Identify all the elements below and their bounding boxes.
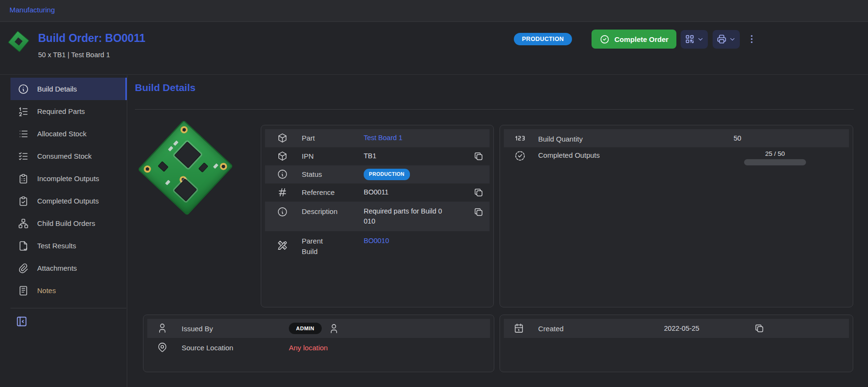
chevron-down-icon (729, 36, 736, 43)
complete-order-button[interactable]: Complete Order (592, 30, 676, 49)
hash-icon (277, 187, 288, 198)
sidebar-item-label: Notes (37, 286, 56, 295)
created-row: Created 2022-05-25 (504, 319, 849, 338)
completed-outputs-row: Completed Outputs 25 / 50 (504, 147, 849, 168)
sidebar-item-label: Consumed Stock (37, 152, 92, 160)
detail-row-description: Description Required parts for Build 001… (265, 202, 490, 231)
detail-value: TB1 (364, 151, 473, 161)
complete-order-label: Complete Order (614, 35, 668, 43)
collapse-sidebar-button[interactable] (10, 313, 28, 328)
issued-by-badge: ADMIN (289, 323, 322, 334)
issued-by-row: Issued By ADMIN (147, 319, 490, 338)
copy-icon[interactable] (754, 323, 765, 334)
issued-card: Issued By ADMIN Source Location Any loca… (143, 315, 494, 372)
source-location-value: Any location (289, 344, 328, 352)
notes-icon (18, 285, 29, 296)
detail-row-ipn: IPN TB1 (265, 147, 490, 165)
chevron-down-icon (697, 36, 704, 43)
sidebar-item-attachments[interactable]: Attachments (10, 257, 127, 279)
header-controls: PRODUCTION Complete Order (514, 29, 757, 49)
source-location-row: Source Location Any location (147, 338, 490, 357)
part-image (137, 121, 235, 218)
copy-icon[interactable] (473, 206, 484, 218)
info-circle-icon (277, 206, 288, 218)
more-actions-button[interactable] (746, 32, 757, 46)
status-badge: PRODUCTION (514, 33, 572, 45)
file-check-icon (18, 240, 29, 252)
qr-actions-button[interactable] (681, 30, 708, 49)
sidebar-divider (10, 308, 126, 308)
breadcrumb-manufacturing-link[interactable]: Manufacturing (10, 6, 55, 14)
box-icon (277, 132, 288, 144)
sidebar-item-label: Completed Outputs (37, 197, 99, 205)
clipboard-list-icon (18, 173, 29, 184)
printer-icon (716, 34, 727, 44)
sidebar-item-label: Attachments (37, 264, 77, 272)
sidebar-item-build-details[interactable]: Build Details (10, 78, 127, 100)
part-link[interactable]: Test Board 1 (364, 134, 402, 142)
user-icon (157, 323, 168, 334)
detail-label: Status (302, 169, 340, 180)
progress-text: 25 / 50 (765, 150, 785, 157)
build-details-card: Part Test Board 1 IPN TB1 Status PRODUCT… (261, 125, 494, 307)
completed-outputs-progress: 25 / 50 (725, 150, 825, 165)
detail-row-part: Part Test Board 1 (265, 129, 490, 147)
sidebar-item-label: Allocated Stock (37, 130, 86, 138)
sitemap-icon (18, 218, 29, 229)
sidebar-item-notes[interactable]: Notes (10, 279, 127, 302)
copy-icon[interactable] (473, 187, 484, 198)
sidebar-collapse-icon (15, 315, 28, 328)
map-pin-icon (157, 342, 168, 353)
quantity-label: Completed Outputs (538, 150, 681, 159)
page-subtitle: 50 x TB1 | Test Board 1 (38, 51, 110, 59)
print-actions-button[interactable] (713, 30, 740, 49)
clock-check-icon (514, 150, 526, 162)
sidebar-item-label: Test Results (37, 242, 76, 250)
sidebar-item-test-results[interactable]: Test Results (10, 234, 127, 257)
list-icon (18, 128, 29, 140)
main-content: Build Details Part Test Board 1 IPN TB1 (128, 75, 868, 387)
detail-label: Part (302, 133, 340, 143)
dots-vertical-icon (746, 33, 757, 45)
page-title: Build Order: BO0011 (38, 32, 145, 45)
parent-build-link[interactable]: BO0010 (364, 237, 389, 244)
clipboard-check-icon (18, 195, 29, 207)
detail-value: Required parts for Build 0010 (364, 206, 445, 226)
detail-label: Parent Build (302, 236, 340, 257)
sidebar-item-label: Incomplete Outputs (37, 174, 99, 183)
sidebar-item-label: Required Parts (37, 107, 85, 115)
sidebar-item-incomplete-outputs[interactable]: Incomplete Outputs (10, 167, 127, 190)
sidebar-item-allocated-stock[interactable]: Allocated Stock (10, 122, 127, 145)
sidebar-item-completed-outputs[interactable]: Completed Outputs (10, 190, 127, 212)
page-header: Build Order: BO0011 50 x TB1 | Test Boar… (0, 22, 868, 75)
created-value: 2022-05-25 (664, 325, 699, 332)
copy-icon[interactable] (473, 151, 484, 162)
status-badge-small: PRODUCTION (364, 169, 410, 180)
user-icon (328, 323, 339, 334)
box-icon (277, 151, 288, 162)
build-order-page: Manufacturing Build Order: BO0011 50 x T… (0, 0, 868, 387)
sidebar-item-child-build-orders[interactable]: Child Build Orders (10, 212, 127, 234)
tools-icon (277, 236, 288, 247)
issued-by-label: Issued By (182, 325, 289, 333)
sidebar-item-label: Build Details (37, 85, 77, 93)
sidebar-item-required-parts[interactable]: Required Parts (10, 100, 127, 122)
source-location-label: Source Location (182, 344, 289, 352)
build-quantity-value: 50 (725, 134, 825, 142)
build-quantity-row: Build Quantity 50 (504, 129, 849, 147)
quantity-label: Build Quantity (538, 134, 681, 143)
created-card: Created 2022-05-25 (500, 315, 853, 372)
section-divider (135, 109, 854, 110)
calendar-icon (513, 323, 525, 334)
sidebar-item-consumed-stock[interactable]: Consumed Stock (10, 145, 127, 167)
part-thumbnail (9, 30, 30, 54)
detail-row-parent-build: Parent Build BO0010 (265, 231, 490, 260)
sidebar-item-label: Child Build Orders (37, 219, 95, 227)
list-numbers-icon (18, 106, 29, 117)
detail-row-status: Status PRODUCTION (265, 165, 490, 183)
section-title: Build Details (135, 82, 195, 93)
info-circle-icon (277, 169, 288, 180)
circle-check-icon (600, 34, 610, 44)
sidebar: Build Details Required Parts Allocated S… (0, 75, 127, 387)
detail-label: Description (302, 206, 340, 217)
